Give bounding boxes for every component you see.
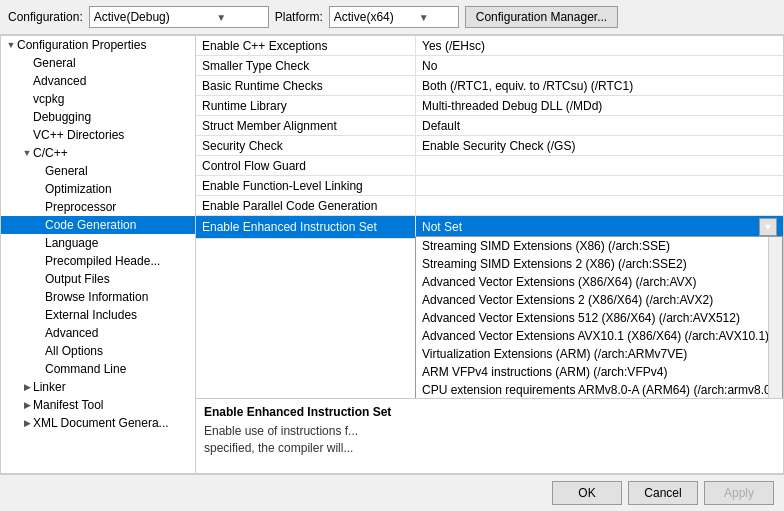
props-value: Default <box>416 116 783 135</box>
tree-item-label: Manifest Tool <box>33 398 103 412</box>
tree-item-label: Advanced <box>33 74 86 88</box>
tree-item-label: All Options <box>45 344 103 358</box>
tree-item-config-props[interactable]: ▼Configuration Properties <box>1 36 195 54</box>
platform-label: Platform: <box>275 10 323 24</box>
dropdown-item[interactable]: CPU extension requirements ARMv8.0-A (AR… <box>416 381 768 398</box>
tree-item-code-gen[interactable]: Code Generation <box>1 216 195 234</box>
tree-expander[interactable]: ▶ <box>21 400 33 410</box>
tree-item-label: Precompiled Heade... <box>45 254 160 268</box>
props-row: Smaller Type CheckNo <box>196 56 783 76</box>
tree-item-xmldoc[interactable]: ▶XML Document Genera... <box>1 414 195 432</box>
props-value <box>416 196 783 215</box>
tree-item-linker[interactable]: ▶Linker <box>1 378 195 396</box>
tree-item-language[interactable]: Language <box>1 234 195 252</box>
dropdown-item[interactable]: Streaming SIMD Extensions (X86) (/arch:S… <box>416 237 768 255</box>
tree-item-label: Optimization <box>45 182 112 196</box>
platform-arrow-icon: ▼ <box>394 12 454 23</box>
ok-button[interactable]: OK <box>552 481 622 505</box>
info-text: Enable use of instructions f...specified… <box>204 423 775 457</box>
tree-item-vcpkg[interactable]: vcpkg <box>1 90 195 108</box>
configuration-arrow-icon: ▼ <box>179 12 264 23</box>
dropdown-item[interactable]: Advanced Vector Extensions 2 (X86/X64) (… <box>416 291 768 309</box>
dropdown-arrow-btn[interactable]: ▼ <box>759 218 777 236</box>
props-value: Yes (/EHsc) <box>416 36 783 55</box>
tree-item-label: General <box>33 56 76 70</box>
platform-value: Active(x64) <box>334 10 394 24</box>
tree-item-c-cpp[interactable]: ▼C/C++ <box>1 144 195 162</box>
tree-expander[interactable]: ▶ <box>21 382 33 392</box>
tree-item-label: VC++ Directories <box>33 128 124 142</box>
dropdown-list: Streaming SIMD Extensions (X86) (/arch:S… <box>415 236 783 398</box>
tree-item-label: Code Generation <box>45 218 136 232</box>
tree-item-label: XML Document Genera... <box>33 416 169 430</box>
tree-expander[interactable]: ▼ <box>5 40 17 50</box>
dropdown-item[interactable]: Advanced Vector Extensions 512 (X86/X64)… <box>416 309 768 327</box>
props-row: Enable C++ ExceptionsYes (/EHsc) <box>196 36 783 56</box>
props-value: Enable Security Check (/GS) <box>416 136 783 155</box>
tree-item-preprocessor[interactable]: Preprocessor <box>1 198 195 216</box>
configuration-combo[interactable]: Active(Debug) ▼ <box>89 6 269 28</box>
tree-item-manifest[interactable]: ▶Manifest Tool <box>1 396 195 414</box>
props-name: Enable Function-Level Linking <box>196 176 416 195</box>
tree-item-browse[interactable]: Browse Information <box>1 288 195 306</box>
props-value <box>416 156 783 175</box>
props-value-text: Not Set <box>422 220 759 234</box>
tree-item-label: Preprocessor <box>45 200 116 214</box>
props-value: Not Set▼ <box>416 216 783 238</box>
tree-item-vc-dirs[interactable]: VC++ Directories <box>1 126 195 144</box>
bottom-bar: OK Cancel Apply <box>0 474 784 511</box>
props-name: Control Flow Guard <box>196 156 416 175</box>
tree-item-external[interactable]: External Includes <box>1 306 195 324</box>
platform-combo[interactable]: Active(x64) ▼ <box>329 6 459 28</box>
tree-expander[interactable]: ▶ <box>21 418 33 428</box>
props-value: Multi-threaded Debug DLL (/MDd) <box>416 96 783 115</box>
props-name: Smaller Type Check <box>196 56 416 75</box>
props-value: No <box>416 56 783 75</box>
config-manager-button[interactable]: Configuration Manager... <box>465 6 618 28</box>
tree-item-output[interactable]: Output Files <box>1 270 195 288</box>
tree-item-label: Debugging <box>33 110 91 124</box>
props-row: Enable Parallel Code Generation <box>196 196 783 216</box>
tree-item-general[interactable]: General <box>1 54 195 72</box>
tree-item-general2[interactable]: General <box>1 162 195 180</box>
tree-item-advanced2[interactable]: Advanced <box>1 324 195 342</box>
dropdown-item[interactable]: Streaming SIMD Extensions 2 (X86) (/arch… <box>416 255 768 273</box>
props-name: Enable Enhanced Instruction Set <box>196 216 416 238</box>
props-value: Both (/RTC1, equiv. to /RTCsu) (/RTC1) <box>416 76 783 95</box>
props-value <box>416 176 783 195</box>
tree-item-label: Command Line <box>45 362 126 376</box>
cancel-button[interactable]: Cancel <box>628 481 698 505</box>
props-row: Security CheckEnable Security Check (/GS… <box>196 136 783 156</box>
dropdown-item[interactable]: Advanced Vector Extensions (X86/X64) (/a… <box>416 273 768 291</box>
apply-button[interactable]: Apply <box>704 481 774 505</box>
tree-expander[interactable]: ▼ <box>21 148 33 158</box>
props-name: Basic Runtime Checks <box>196 76 416 95</box>
dialog: Configuration: Active(Debug) ▼ Platform:… <box>0 0 784 511</box>
dropdown-scrollbar[interactable] <box>768 237 782 398</box>
tree-item-label: Linker <box>33 380 66 394</box>
props-name: Enable C++ Exceptions <box>196 36 416 55</box>
tree-item-optimization[interactable]: Optimization <box>1 180 195 198</box>
tree-item-label: General <box>45 164 88 178</box>
tree-item-cmdline[interactable]: Command Line <box>1 360 195 378</box>
props-row: Runtime LibraryMulti-threaded Debug DLL … <box>196 96 783 116</box>
toolbar: Configuration: Active(Debug) ▼ Platform:… <box>0 0 784 35</box>
dropdown-item[interactable]: ARM VFPv4 instructions (ARM) (/arch:VFPv… <box>416 363 768 381</box>
tree-item-label: External Includes <box>45 308 137 322</box>
right-panel: Enable C++ ExceptionsYes (/EHsc)Smaller … <box>195 35 784 474</box>
tree-panel: ▼Configuration PropertiesGeneralAdvanced… <box>0 35 195 474</box>
tree-item-advanced[interactable]: Advanced <box>1 72 195 90</box>
tree-item-label: C/C++ <box>33 146 68 160</box>
tree-item-label: Language <box>45 236 98 250</box>
props-name: Security Check <box>196 136 416 155</box>
configuration-label: Configuration: <box>8 10 83 24</box>
tree-item-precomp[interactable]: Precompiled Heade... <box>1 252 195 270</box>
tree-item-label: vcpkg <box>33 92 64 106</box>
props-name: Enable Parallel Code Generation <box>196 196 416 215</box>
props-table: Enable C++ ExceptionsYes (/EHsc)Smaller … <box>196 36 783 398</box>
tree-item-debugging[interactable]: Debugging <box>1 108 195 126</box>
dropdown-item[interactable]: Virtualization Extensions (ARM) (/arch:A… <box>416 345 768 363</box>
tree-item-all-options[interactable]: All Options <box>1 342 195 360</box>
dropdown-item[interactable]: Advanced Vector Extensions AVX10.1 (X86/… <box>416 327 768 345</box>
info-panel: Enable Enhanced Instruction Set Enable u… <box>196 398 783 473</box>
